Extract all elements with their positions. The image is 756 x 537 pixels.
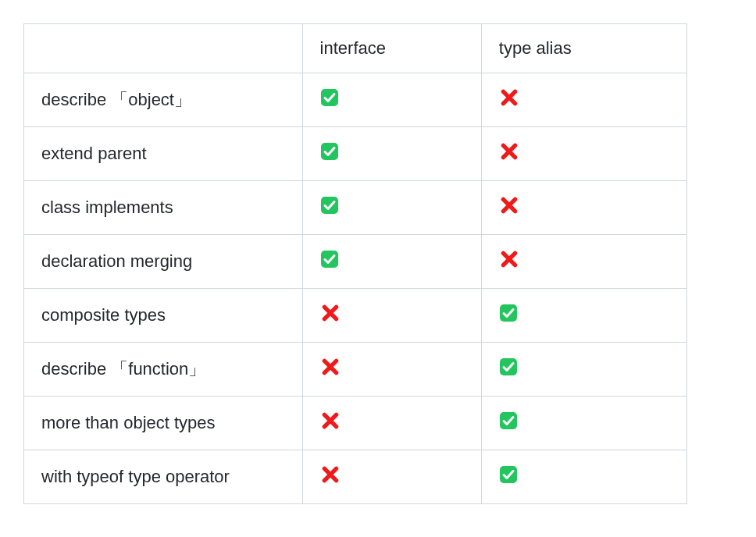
- check-icon: [320, 196, 339, 215]
- comparison-table: interface type alias describe 「object」ex…: [23, 23, 687, 504]
- interface-cell: [302, 289, 481, 343]
- check-icon: [320, 142, 339, 161]
- typealias-cell: [481, 450, 686, 504]
- feature-cell: more than object types: [24, 397, 303, 450]
- cross-icon: [499, 249, 519, 269]
- interface-cell: [302, 127, 481, 181]
- header-interface: interface: [302, 24, 481, 73]
- feature-cell: declaration merging: [24, 235, 303, 289]
- check-icon: [499, 357, 518, 376]
- table-row: more than object types: [24, 397, 687, 450]
- cross-icon: [499, 141, 519, 162]
- interface-cell: [302, 343, 481, 397]
- feature-cell: describe 「function」: [24, 343, 303, 397]
- feature-cell: composite types: [24, 289, 303, 343]
- table-row: declaration merging: [24, 235, 687, 289]
- table-row: describe 「function」: [24, 343, 687, 397]
- check-icon: [499, 411, 518, 430]
- table-row: with typeof type operator: [24, 450, 687, 504]
- typealias-cell: [481, 235, 686, 289]
- typealias-cell: [481, 181, 686, 235]
- typealias-cell: [481, 127, 686, 181]
- feature-cell: with typeof type operator: [24, 450, 303, 504]
- interface-cell: [302, 181, 481, 235]
- check-icon: [320, 250, 339, 268]
- check-icon: [320, 88, 339, 107]
- table-body: describe 「object」extend parentclass impl…: [24, 73, 687, 504]
- feature-cell: describe 「object」: [24, 73, 303, 127]
- cross-icon: [499, 87, 519, 108]
- cross-icon: [499, 195, 519, 215]
- header-typealias: type alias: [481, 24, 686, 73]
- cross-icon: [320, 411, 341, 431]
- comparison-table-container: interface type alias describe 「object」ex…: [23, 23, 687, 504]
- typealias-cell: [481, 73, 686, 127]
- check-icon: [499, 465, 518, 484]
- interface-cell: [302, 73, 481, 127]
- typealias-cell: [481, 343, 686, 397]
- check-icon: [499, 304, 518, 322]
- feature-cell: class implements: [24, 181, 303, 235]
- table-header-row: interface type alias: [24, 24, 687, 73]
- table-row: composite types: [24, 289, 687, 343]
- cross-icon: [320, 464, 341, 485]
- interface-cell: [302, 397, 481, 450]
- feature-cell: extend parent: [24, 127, 303, 181]
- table-row: class implements: [24, 181, 687, 235]
- typealias-cell: [481, 289, 686, 343]
- header-feature: [24, 24, 303, 73]
- table-row: describe 「object」: [24, 73, 687, 127]
- table-row: extend parent: [24, 127, 687, 181]
- interface-cell: [302, 450, 481, 504]
- cross-icon: [320, 357, 341, 377]
- interface-cell: [302, 235, 481, 289]
- typealias-cell: [481, 397, 686, 450]
- cross-icon: [320, 303, 341, 323]
